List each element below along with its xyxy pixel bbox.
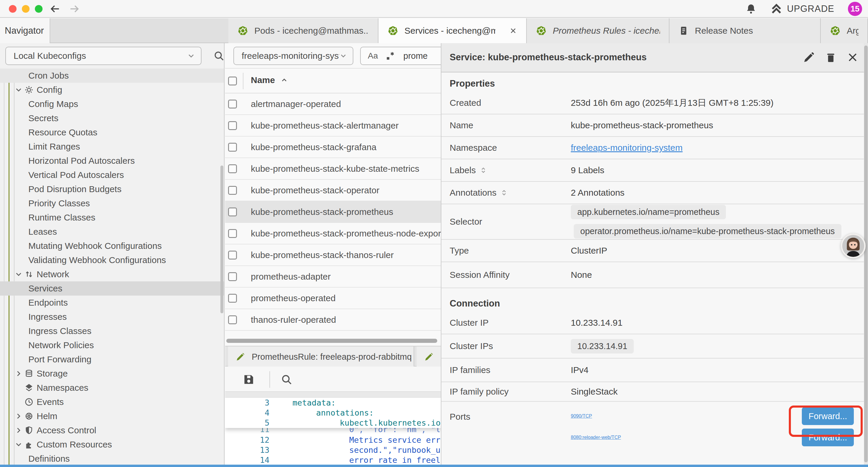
sidebar-item-priority-classes[interactable]: Priority Classes: [0, 196, 224, 210]
upgrade-button[interactable]: UPGRADE: [771, 3, 834, 15]
chevron-down-icon[interactable]: [14, 85, 23, 94]
editor-scroll-strip[interactable]: [225, 392, 441, 398]
service-row[interactable]: thanos-ruler-operated: [225, 309, 441, 331]
row-checkbox[interactable]: [228, 121, 237, 130]
code-line[interactable]: 3metadata:: [225, 398, 441, 408]
workspace-tab[interactable]: Pods - icecheng@mathmas...: [228, 18, 378, 43]
sidebar-item-ingresses[interactable]: Ingresses: [0, 310, 224, 324]
sidebar-item-definitions[interactable]: Definitions: [0, 451, 224, 465]
sidebar-item-ingress-classes[interactable]: Ingress Classes: [0, 324, 224, 338]
row-checkbox[interactable]: [228, 272, 237, 281]
code-line[interactable]: 12Metrics service error rate is {{ $va: [225, 435, 441, 445]
sidebar-item-access-control[interactable]: Access Control: [0, 423, 224, 437]
service-row[interactable]: kube-prometheus-stack-operator: [225, 180, 441, 201]
service-row[interactable]: prometheus-adapter: [225, 266, 441, 288]
sidebar-item-vertical-pod-autoscalers[interactable]: Vertical Pod Autoscalers: [0, 168, 224, 182]
sidebar-item-storage[interactable]: Storage: [0, 367, 224, 381]
service-row[interactable]: kube-prometheus-stack-alertmanager: [225, 115, 441, 137]
code-line[interactable]: 13second.","runbook_url":"https://net: [225, 445, 441, 455]
sidebar-item-services[interactable]: Services: [0, 282, 224, 296]
panel-scrollbar[interactable]: [864, 43, 868, 465]
chevron-right-icon[interactable]: [14, 369, 23, 378]
workspace-tab[interactable]: Release Notes: [670, 18, 821, 43]
row-checkbox[interactable]: [228, 99, 237, 109]
editor-tab[interactable]: [416, 346, 441, 367]
row-checkbox[interactable]: [228, 251, 237, 260]
save-icon[interactable]: [242, 373, 255, 386]
close-tab-icon[interactable]: [509, 27, 517, 35]
back-arrow-icon[interactable]: [50, 4, 60, 14]
sort-updown-icon[interactable]: [500, 189, 507, 196]
sidebar-item-network-policies[interactable]: Network Policies: [0, 338, 224, 352]
chevron-right-icon[interactable]: [14, 412, 23, 420]
workspace-tab[interactable]: Argo Se: [821, 18, 868, 43]
chevron-down-icon[interactable]: [14, 270, 23, 279]
sidebar-item-secrets[interactable]: Secrets: [0, 111, 224, 125]
select-all-checkbox[interactable]: [228, 77, 237, 85]
code-line[interactable]: 5kubectl.kubernetes.io/last-applied-co: [225, 418, 441, 428]
port-link[interactable]: 8080:reloader-web/TCP: [571, 429, 621, 446]
sidebar-item-custom-resources[interactable]: Custom Resources: [0, 437, 224, 451]
sidebar-item-validating-webhook-configurations[interactable]: Validating Webhook Configurations: [0, 253, 224, 267]
user-avatar[interactable]: [841, 233, 866, 258]
row-checkbox[interactable]: [228, 229, 237, 238]
sidebar-item-cron-jobs[interactable]: Cron Jobs: [0, 68, 224, 83]
forward-arrow-icon[interactable]: [69, 4, 80, 14]
sidebar-item-port-forwarding[interactable]: Port Forwarding: [0, 352, 224, 367]
close-window-button[interactable]: [9, 5, 17, 13]
row-checkbox[interactable]: [228, 315, 237, 324]
close-panel-icon[interactable]: [847, 52, 859, 63]
notifications-bell-icon[interactable]: [745, 3, 757, 15]
sidebar-item-network[interactable]: Network: [0, 267, 224, 282]
sidebar-item-namespaces[interactable]: Namespaces: [0, 381, 224, 395]
service-row[interactable]: kube-prometheus-stack-prometheus: [225, 201, 441, 223]
sidebar-item-config-maps[interactable]: Config Maps: [0, 97, 224, 111]
sidebar-item-endpoints[interactable]: Endpoints: [0, 296, 224, 310]
zoom-window-button[interactable]: [35, 5, 42, 13]
kubeconfig-dropdown[interactable]: Local Kubeconfigs: [5, 47, 202, 65]
sidebar-item-leases[interactable]: Leases: [0, 225, 224, 239]
sidebar-scrollbar[interactable]: [220, 166, 223, 313]
row-checkbox[interactable]: [228, 207, 237, 216]
service-row[interactable]: alertmanager-operated: [225, 93, 441, 115]
namespace-link[interactable]: freeleaps-monitoring-system: [571, 143, 682, 153]
row-checkbox[interactable]: [228, 164, 237, 173]
service-row[interactable]: kube-prometheus-stack-kube-state-metrics: [225, 158, 441, 180]
sidebar-item-helm[interactable]: Helm: [0, 409, 224, 423]
notification-count-badge[interactable]: 15: [848, 2, 862, 16]
sidebar-item-horizontal-pod-autoscalers[interactable]: Horizontal Pod Autoscalers: [0, 154, 224, 168]
row-checkbox[interactable]: [228, 294, 237, 303]
sidebar-item-config[interactable]: Config: [0, 83, 224, 97]
sidebar-search-icon[interactable]: [213, 50, 224, 61]
edit-pencil-icon[interactable]: [803, 52, 815, 63]
yaml-editor[interactable]: 3metadata:4annotations:5kubectl.kubernet…: [225, 398, 441, 465]
delete-trash-icon[interactable]: [825, 52, 837, 63]
match-case-toggle[interactable]: Aa: [368, 51, 378, 61]
code-line[interactable]: 14error rate in freeleaps metrics ser: [225, 455, 441, 465]
code-line[interactable]: 110", "for": "nm", "labels": { "service"…: [225, 428, 441, 435]
port-link[interactable]: 9090/TCP: [571, 408, 592, 425]
workspace-tab[interactable]: Services - icecheng@math...: [378, 18, 527, 43]
sidebar-item-mutating-webhook-configurations[interactable]: Mutating Webhook Configurations: [0, 239, 224, 253]
sidebar-item-resource-quotas[interactable]: Resource Quotas: [0, 125, 224, 140]
filter-searchbox[interactable]: Aa prome: [360, 47, 441, 65]
sidebar-item-pod-disruption-budgets[interactable]: Pod Disruption Budgets: [0, 182, 224, 196]
service-row[interactable]: kube-prometheus-stack-prometheus-node-ex…: [225, 223, 441, 244]
row-checkbox[interactable]: [228, 143, 237, 152]
sort-updown-icon[interactable]: [480, 167, 487, 174]
name-column-header[interactable]: Name: [251, 75, 288, 85]
service-row[interactable]: kube-prometheus-stack-thanos-ruler: [225, 244, 441, 266]
service-row[interactable]: kube-prometheus-stack-grafana: [225, 137, 441, 158]
namespace-dropdown[interactable]: freeleaps-monitoring-system: [234, 47, 353, 65]
sidebar-item-limit-ranges[interactable]: Limit Ranges: [0, 140, 224, 154]
chevron-right-icon[interactable]: [14, 426, 23, 435]
row-checkbox[interactable]: [228, 186, 237, 195]
service-row[interactable]: prometheus-operated: [225, 288, 441, 309]
chevron-down-icon[interactable]: [14, 440, 23, 449]
navigator-tab[interactable]: Navigator: [0, 18, 50, 43]
sidebar-item-runtime-classes[interactable]: Runtime Classes: [0, 210, 224, 225]
horizontal-scrollbar[interactable]: [226, 339, 437, 343]
workspace-tab[interactable]: Prometheus Rules - icecheng...: [527, 18, 670, 43]
regex-toggle-icon[interactable]: [385, 51, 396, 61]
editor-tab[interactable]: PrometheusRule: freeleaps-prod-rabbitmq: [228, 346, 414, 367]
